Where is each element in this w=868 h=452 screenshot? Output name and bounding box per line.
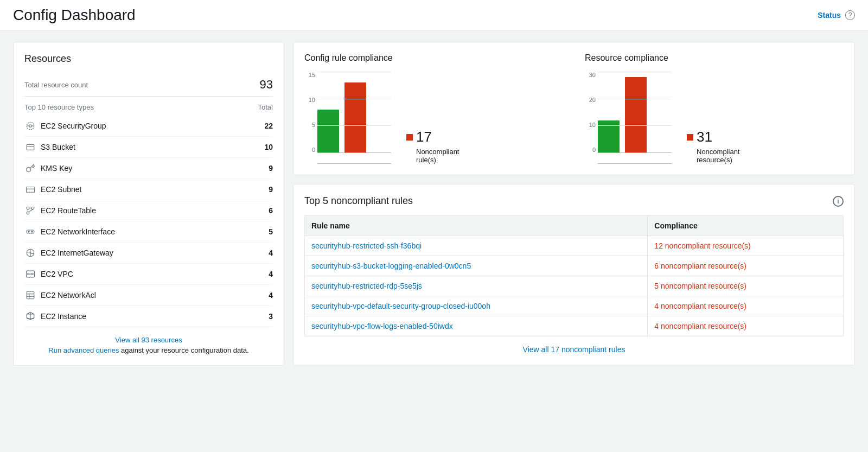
rule-name-cell-3: securityhub-vpc-default-security-group-c… [305, 296, 648, 316]
footer-rest: against your resource configuration data… [119, 346, 248, 354]
resource-compliance-bars [598, 72, 672, 153]
resource-count-6: 4 [260, 249, 273, 257]
resource-icon-ec2-igw [24, 247, 36, 259]
status-link[interactable]: Status [818, 11, 841, 20]
top-resources-header: Top 10 resource types Total [24, 103, 273, 111]
rule-compliance-cell-0: 12 noncompliant resource(s) [648, 236, 844, 256]
resource-compliance-chart-section: Resource compliance 30 20 10 0 [585, 53, 844, 164]
x-axis-config [317, 163, 391, 164]
rules-panel-title: Top 5 noncompliant rules [304, 195, 413, 207]
resource-name-4: EC2 RouteTable [41, 206, 260, 215]
y-label-20: 20 [585, 97, 596, 103]
resource-name-5: EC2 NetworkInterface [41, 227, 260, 236]
list-item: EC2 NetworkAcl 4 [24, 285, 273, 306]
y-axis-config: 15 10 5 0 [304, 72, 315, 153]
list-item: EC2 Instance 3 [24, 306, 273, 327]
resource-count-7: 4 [260, 270, 273, 278]
resource-name-8: EC2 NetworkAcl [41, 291, 260, 300]
table-row: securityhub-vpc-flow-logs-enabled-50iwdx… [305, 316, 844, 336]
resource-icon-ec2-subnet [24, 183, 36, 195]
resource-icon-kms [24, 162, 36, 174]
table-row: securityhub-restricted-rdp-5se5js 5 nonc… [305, 276, 844, 296]
resource-name-3: EC2 Subnet [41, 185, 260, 194]
resource-compliance-bar-chart: 30 20 10 0 [585, 72, 672, 164]
view-all-resources-link[interactable]: View all 93 resources [115, 336, 182, 344]
panel-footer: View all 93 resources Run advanced queri… [24, 336, 273, 354]
svg-point-16 [31, 231, 33, 232]
help-icon[interactable]: ? [845, 10, 855, 20]
resource-count-8: 4 [260, 291, 273, 300]
config-rule-chart-section: Config rule compliance 15 10 5 0 [304, 53, 563, 164]
y-label-30: 30 [585, 72, 596, 78]
noncompliant-bar-config [344, 82, 366, 153]
page-title: Config Dashboard [13, 7, 136, 24]
resource-name-7: EC2 VPC [41, 270, 260, 278]
config-rule-stat: 17 Noncompliantrule(s) [402, 129, 459, 164]
y-label-0: 0 [304, 147, 315, 153]
top-resources-total-label: Total [258, 103, 273, 111]
rule-name-link-4[interactable]: securityhub-vpc-flow-logs-enabled-50iwdx [311, 322, 453, 330]
rule-name-link-3[interactable]: securityhub-vpc-default-security-group-c… [311, 302, 490, 310]
rules-table: Rule name Compliance securityhub-restric… [304, 215, 844, 336]
rule-compliance-cell-3: 4 noncompliant resource(s) [648, 296, 844, 316]
rule-compliance-cell-4: 4 noncompliant resource(s) [648, 316, 844, 336]
view-all-rules-link[interactable]: View all 17 noncompliant rules [523, 345, 626, 354]
resource-compliance-stat-label: Noncompliantresource(s) [687, 148, 740, 164]
resource-icon-ec2-rt [24, 205, 36, 217]
y-label-15: 15 [304, 72, 315, 78]
resource-count-5: 5 [260, 227, 273, 236]
col-compliance: Compliance [648, 216, 844, 236]
grid-line-top-r [598, 72, 672, 72]
list-item: EC2 RouteTable 6 [24, 200, 273, 221]
y-label-10: 10 [585, 122, 596, 128]
main-content: Resources Total resource count 93 Top 10… [0, 31, 868, 377]
resource-name-2: KMS Key [41, 164, 260, 173]
svg-point-15 [28, 231, 29, 232]
resource-count-2: 9 [260, 164, 273, 173]
svg-rect-6 [27, 187, 35, 193]
config-rule-stat-label: Noncompliantrule(s) [406, 148, 459, 164]
rule-name-cell-1: securityhub-s3-bucket-logging-enabled-0w… [305, 256, 648, 276]
list-item: EC2 SecurityGroup 22 [24, 116, 273, 137]
resource-icon-ec2-vpc [24, 268, 36, 280]
config-rule-chart-content: 15 10 5 0 [304, 72, 563, 164]
resource-total-label: Total resource count [24, 81, 88, 89]
resource-count-4: 6 [260, 206, 273, 215]
info-icon[interactable]: i [833, 196, 844, 207]
resource-count-1: 10 [260, 143, 273, 151]
resource-compliance-stat: 31 Noncompliantresource(s) [682, 129, 740, 164]
rules-panel: Top 5 noncompliant rules i Rule name Com… [293, 184, 855, 365]
svg-point-9 [31, 207, 34, 209]
config-rule-bars [317, 72, 391, 153]
top-resources-label: Top 10 resource types [24, 103, 94, 111]
table-row: securityhub-s3-bucket-logging-enabled-0w… [305, 256, 844, 276]
rule-name-link-0[interactable]: securityhub-restricted-ssh-f36bqi [311, 241, 422, 250]
resource-total-row: Total resource count 93 [24, 73, 273, 97]
list-item: EC2 VPC 4 [24, 264, 273, 285]
rules-panel-header: Top 5 noncompliant rules i [304, 195, 844, 207]
config-rule-bar-chart: 15 10 5 0 [304, 72, 391, 164]
rule-name-link-2[interactable]: securityhub-restricted-rdp-5se5js [311, 282, 422, 290]
right-panels: Config rule compliance 15 10 5 0 [293, 42, 855, 365]
svg-point-21 [31, 273, 33, 275]
resource-icon-ec2-acl [24, 289, 36, 301]
top-bar-right: Status ? [818, 10, 855, 20]
resource-name-1: S3 Bucket [41, 143, 260, 151]
resource-icon-ec2-ni [24, 226, 36, 238]
svg-rect-14 [27, 230, 34, 233]
y-label-5: 5 [304, 122, 315, 128]
resource-compliance-chart-title: Resource compliance [585, 53, 844, 63]
svg-line-13 [29, 209, 33, 212]
col-rule-name: Rule name [305, 216, 648, 236]
red-square-config [406, 134, 413, 141]
noncompliant-bar-resource [625, 77, 647, 153]
y-label-0-r: 0 [585, 147, 596, 153]
resource-icon-s3 [24, 141, 36, 153]
list-item: KMS Key 9 [24, 158, 273, 179]
rule-name-cell-4: securityhub-vpc-flow-logs-enabled-50iwdx [305, 316, 648, 336]
resource-list: EC2 SecurityGroup 22 S3 Bucket 10 KMS Ke… [24, 116, 273, 327]
rule-name-link-1[interactable]: securityhub-s3-bucket-logging-enabled-0w… [311, 262, 471, 270]
advanced-queries-link[interactable]: Run advanced queries [48, 346, 119, 354]
svg-rect-23 [27, 291, 34, 299]
table-row: securityhub-restricted-ssh-f36bqi 12 non… [305, 236, 844, 256]
